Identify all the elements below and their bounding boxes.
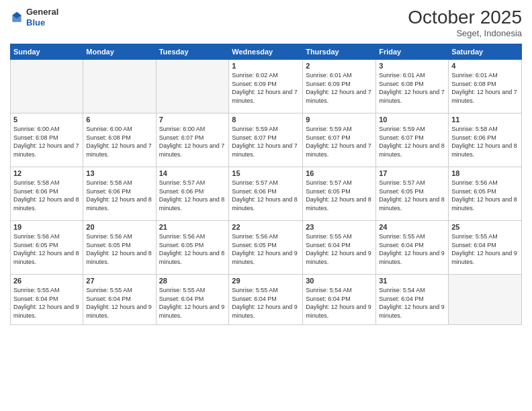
day-number: 12 [13,169,80,177]
weekday-header: Thursday [303,44,376,60]
day-info: Sunrise: 5:57 AM Sunset: 6:05 PM Dayligh… [379,179,445,212]
calendar-cell: 20Sunrise: 5:56 AM Sunset: 6:05 PM Dayli… [83,221,156,275]
calendar-cell [156,60,229,113]
day-number: 1 [232,62,300,70]
day-info: Sunrise: 5:55 AM Sunset: 6:04 PM Dayligh… [232,286,300,320]
weekday-header: Wednesday [229,44,303,60]
day-info: Sunrise: 6:02 AM Sunset: 6:09 PM Dayligh… [232,71,300,105]
calendar-cell: 2Sunrise: 6:01 AM Sunset: 6:09 PM Daylig… [303,60,376,113]
calendar-cell: 30Sunrise: 5:54 AM Sunset: 6:04 PM Dayli… [303,275,376,325]
day-info: Sunrise: 5:55 AM Sunset: 6:04 PM Dayligh… [159,286,226,320]
calendar-cell [449,275,522,325]
day-number: 23 [306,223,373,231]
day-number: 28 [159,277,226,285]
day-info: Sunrise: 5:56 AM Sunset: 6:05 PM Dayligh… [86,232,152,266]
weekday-header: Saturday [449,44,522,60]
calendar-cell: 28Sunrise: 5:55 AM Sunset: 6:04 PM Dayli… [156,275,229,325]
calendar-cell: 25Sunrise: 5:55 AM Sunset: 6:04 PM Dayli… [449,221,522,275]
day-number: 16 [306,169,373,177]
calendar-cell [11,60,83,113]
calendar-cell: 15Sunrise: 5:57 AM Sunset: 6:06 PM Dayli… [229,167,303,221]
day-number: 10 [379,116,445,124]
day-number: 6 [86,116,152,124]
calendar-cell: 1Sunrise: 6:02 AM Sunset: 6:09 PM Daylig… [229,60,303,113]
weekday-header-row: SundayMondayTuesdayWednesdayThursdayFrid… [11,44,522,60]
page: General Blue October 2025 Seget, Indones… [0,0,532,411]
day-number: 7 [159,116,226,124]
calendar-week-row: 19Sunrise: 5:56 AM Sunset: 6:05 PM Dayli… [11,221,522,275]
day-number: 19 [13,223,80,231]
day-info: Sunrise: 5:59 AM Sunset: 6:07 PM Dayligh… [232,125,300,158]
day-number: 20 [86,223,152,231]
calendar-week-row: 26Sunrise: 5:55 AM Sunset: 6:04 PM Dayli… [11,275,522,325]
day-info: Sunrise: 5:57 AM Sunset: 6:06 PM Dayligh… [159,179,226,212]
day-info: Sunrise: 5:58 AM Sunset: 6:06 PM Dayligh… [13,179,80,212]
calendar-cell: 6Sunrise: 6:00 AM Sunset: 6:08 PM Daylig… [83,113,156,167]
calendar-cell: 11Sunrise: 5:58 AM Sunset: 6:06 PM Dayli… [449,113,522,167]
calendar-cell: 17Sunrise: 5:57 AM Sunset: 6:05 PM Dayli… [376,167,449,221]
calendar-week-row: 5Sunrise: 6:00 AM Sunset: 6:08 PM Daylig… [11,113,522,167]
day-info: Sunrise: 6:00 AM Sunset: 6:08 PM Dayligh… [86,125,152,158]
calendar-cell: 10Sunrise: 5:59 AM Sunset: 6:07 PM Dayli… [376,113,449,167]
day-number: 21 [159,223,226,231]
day-number: 29 [232,277,300,285]
day-info: Sunrise: 5:57 AM Sunset: 6:06 PM Dayligh… [232,179,300,212]
logo-blue: Blue [26,17,45,28]
header: General Blue October 2025 Seget, Indones… [10,7,522,38]
calendar-cell: 18Sunrise: 5:56 AM Sunset: 6:05 PM Dayli… [449,167,522,221]
calendar: SundayMondayTuesdayWednesdayThursdayFrid… [10,44,522,325]
day-info: Sunrise: 5:55 AM Sunset: 6:04 PM Dayligh… [13,286,80,320]
day-number: 4 [451,62,519,70]
logo-general: General [26,7,58,17]
calendar-cell: 5Sunrise: 6:00 AM Sunset: 6:08 PM Daylig… [11,113,83,167]
calendar-cell: 22Sunrise: 5:56 AM Sunset: 6:05 PM Dayli… [229,221,303,275]
day-info: Sunrise: 6:00 AM Sunset: 6:07 PM Dayligh… [159,125,226,158]
day-info: Sunrise: 5:55 AM Sunset: 6:04 PM Dayligh… [86,286,152,320]
day-number: 2 [306,62,373,70]
calendar-cell [83,60,156,113]
calendar-cell: 31Sunrise: 5:54 AM Sunset: 6:04 PM Dayli… [376,275,449,325]
calendar-cell: 19Sunrise: 5:56 AM Sunset: 6:05 PM Dayli… [11,221,83,275]
day-info: Sunrise: 6:00 AM Sunset: 6:08 PM Dayligh… [13,125,80,158]
day-info: Sunrise: 5:58 AM Sunset: 6:06 PM Dayligh… [451,125,519,158]
calendar-cell: 8Sunrise: 5:59 AM Sunset: 6:07 PM Daylig… [229,113,303,167]
day-number: 25 [451,223,519,231]
day-number: 5 [13,116,80,124]
calendar-cell: 27Sunrise: 5:55 AM Sunset: 6:04 PM Dayli… [83,275,156,325]
day-info: Sunrise: 5:56 AM Sunset: 6:05 PM Dayligh… [159,232,226,266]
calendar-cell: 24Sunrise: 5:55 AM Sunset: 6:04 PM Dayli… [376,221,449,275]
day-number: 17 [379,169,445,177]
day-number: 26 [13,277,80,285]
calendar-cell: 3Sunrise: 6:01 AM Sunset: 6:08 PM Daylig… [376,60,449,113]
day-info: Sunrise: 6:01 AM Sunset: 6:08 PM Dayligh… [451,71,519,105]
day-info: Sunrise: 5:54 AM Sunset: 6:04 PM Dayligh… [379,286,445,320]
day-number: 11 [451,116,519,124]
calendar-cell: 14Sunrise: 5:57 AM Sunset: 6:06 PM Dayli… [156,167,229,221]
day-info: Sunrise: 5:56 AM Sunset: 6:05 PM Dayligh… [232,232,300,266]
day-info: Sunrise: 6:01 AM Sunset: 6:09 PM Dayligh… [306,71,373,105]
weekday-header: Tuesday [156,44,229,60]
day-number: 18 [451,169,519,177]
calendar-cell: 7Sunrise: 6:00 AM Sunset: 6:07 PM Daylig… [156,113,229,167]
day-info: Sunrise: 5:56 AM Sunset: 6:05 PM Dayligh… [13,232,80,266]
calendar-cell: 12Sunrise: 5:58 AM Sunset: 6:06 PM Dayli… [11,167,83,221]
weekday-header: Friday [376,44,449,60]
day-info: Sunrise: 5:55 AM Sunset: 6:04 PM Dayligh… [306,232,373,266]
day-number: 27 [86,277,152,285]
calendar-cell: 29Sunrise: 5:55 AM Sunset: 6:04 PM Dayli… [229,275,303,325]
day-info: Sunrise: 5:59 AM Sunset: 6:07 PM Dayligh… [306,125,373,158]
day-number: 24 [379,223,445,231]
calendar-week-row: 12Sunrise: 5:58 AM Sunset: 6:06 PM Dayli… [11,167,522,221]
day-number: 8 [232,116,300,124]
calendar-cell: 16Sunrise: 5:57 AM Sunset: 6:05 PM Dayli… [303,167,376,221]
weekday-header: Sunday [11,44,83,60]
day-number: 13 [86,169,152,177]
day-number: 30 [306,277,373,285]
day-number: 15 [232,169,300,177]
calendar-cell: 21Sunrise: 5:56 AM Sunset: 6:05 PM Dayli… [156,221,229,275]
day-number: 22 [232,223,300,231]
day-number: 3 [379,62,445,70]
calendar-cell: 4Sunrise: 6:01 AM Sunset: 6:08 PM Daylig… [449,60,522,113]
day-number: 31 [379,277,445,285]
day-number: 9 [306,116,373,124]
